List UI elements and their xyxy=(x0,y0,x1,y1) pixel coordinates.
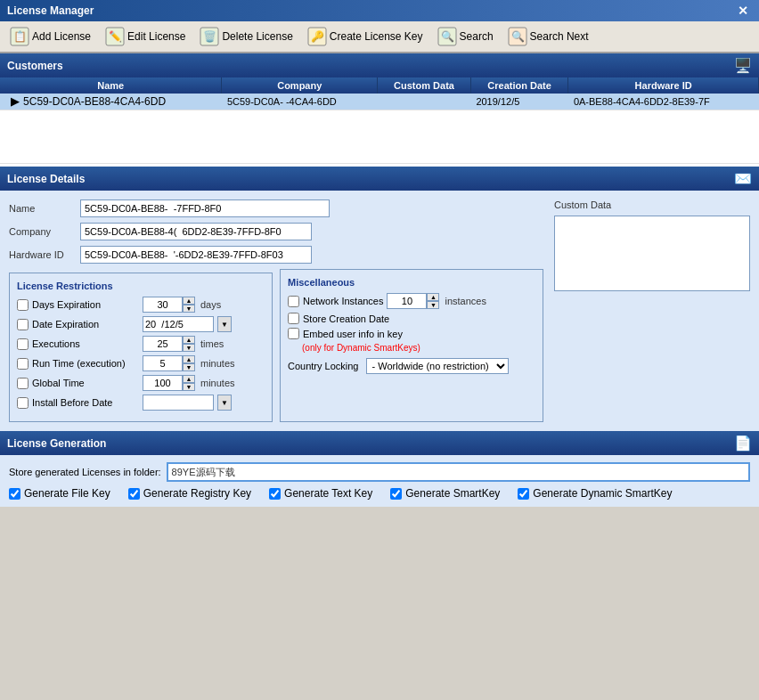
window-title: License Manager xyxy=(7,4,94,17)
days-unit: days xyxy=(200,299,221,310)
install-before-input[interactable] xyxy=(143,395,214,411)
misc-box: Miscellaneous Network Instances ▲ ▼ xyxy=(280,269,543,422)
toolbar: 📋 Add License ✏️ Edit License 🗑️ Delete … xyxy=(0,21,759,53)
date-input[interactable] xyxy=(143,316,214,332)
run-time-checkbox[interactable] xyxy=(17,358,29,370)
search-button[interactable]: 🔍 Search xyxy=(431,24,500,49)
search-label: Search xyxy=(460,30,494,43)
custom-data-textarea[interactable] xyxy=(554,216,750,291)
days-input[interactable] xyxy=(143,297,183,313)
license-details-title: License Details xyxy=(7,173,85,185)
custom-data-label-row: Custom Data xyxy=(554,199,750,210)
install-before-dropdown[interactable]: ▼ xyxy=(217,395,232,411)
install-before-checkbox[interactable] xyxy=(17,397,29,409)
row-custom-data xyxy=(378,94,471,110)
table-row[interactable]: ▶ 5C59-DC0A-BE88-4CA4-6DD 5C59-DC0A- -4C… xyxy=(0,94,759,110)
global-time-down[interactable]: ▼ xyxy=(183,383,195,391)
details-columns: Name Company Hardware ID xyxy=(9,199,750,422)
create-key-label: Create License Key xyxy=(330,30,423,43)
global-time-row: Global Time ▲ ▼ minutes xyxy=(17,375,265,391)
customers-title: Customers xyxy=(7,60,63,72)
text-key-label: Generate Text Key xyxy=(284,487,372,500)
search-next-button[interactable]: 🔍 Search Next xyxy=(502,24,595,49)
network-up[interactable]: ▲ xyxy=(427,293,439,301)
gen-check-smart-key: Generate SmartKey xyxy=(390,487,500,500)
date-dropdown[interactable]: ▼ xyxy=(217,316,232,332)
search-next-icon: 🔍 xyxy=(508,27,527,46)
create-key-icon: 🔑 xyxy=(307,27,327,46)
svg-text:📋: 📋 xyxy=(13,29,27,43)
executions-row: Executions ▲ ▼ times xyxy=(17,336,265,352)
country-row: Country Locking - Worldwide (no restrict… xyxy=(288,358,535,374)
embed-user-checkbox[interactable] xyxy=(288,328,299,339)
edit-license-button[interactable]: ✏️ Edit License xyxy=(99,24,192,49)
company-input[interactable] xyxy=(80,223,312,240)
text-key-checkbox[interactable] xyxy=(269,488,281,500)
network-checkbox[interactable] xyxy=(288,296,299,307)
hardware-id-label: Hardware ID xyxy=(9,249,80,260)
network-down[interactable]: ▼ xyxy=(427,301,439,309)
folder-input[interactable] xyxy=(167,462,750,482)
file-key-checkbox[interactable] xyxy=(9,488,20,500)
store-creation-checkbox[interactable] xyxy=(288,313,299,324)
run-time-input[interactable] xyxy=(143,355,183,371)
executions-down[interactable]: ▼ xyxy=(183,344,195,352)
customers-table: Name Company Custom Data Creation Date H… xyxy=(0,77,759,164)
delete-license-button[interactable]: 🗑️ Delete License xyxy=(193,24,298,49)
row-hardware-id: 0A-BE88-4CA4-6DD2-8E39-7F xyxy=(568,94,759,110)
network-spin: ▲ ▼ xyxy=(427,293,439,309)
col-creation-date: Creation Date xyxy=(470,77,568,94)
customers-area: Name Company Custom Data Creation Date H… xyxy=(0,77,759,167)
customers-icon: 🖥️ xyxy=(734,57,752,74)
add-license-button[interactable]: 📋 Add License xyxy=(4,24,97,49)
executions-input[interactable] xyxy=(143,336,183,352)
svg-text:🔑: 🔑 xyxy=(310,29,323,43)
registry-key-checkbox[interactable] xyxy=(128,488,140,500)
registry-key-label: Generate Registry Key xyxy=(143,487,251,500)
days-up[interactable]: ▲ xyxy=(183,297,195,305)
embed-sublabel: (only for Dynamic SmartKeys) xyxy=(302,343,420,353)
sub-sections: License Restrictions Days Expiration ▲ ▼ xyxy=(9,269,543,422)
close-button[interactable]: ✕ xyxy=(734,4,752,18)
edit-license-label: Edit License xyxy=(127,30,185,43)
days-down[interactable]: ▼ xyxy=(183,305,195,313)
edit-license-icon: ✏️ xyxy=(105,27,125,46)
network-input[interactable] xyxy=(387,293,427,309)
svg-text:🗑️: 🗑️ xyxy=(203,29,216,43)
col-name: Name xyxy=(0,77,222,94)
country-select[interactable]: - Worldwide (no restriction) xyxy=(366,358,509,374)
executions-checkbox[interactable] xyxy=(17,338,29,350)
col-custom-data: Custom Data xyxy=(378,77,471,94)
install-before-row: Install Before Date ▼ xyxy=(17,395,265,411)
global-time-checkbox[interactable] xyxy=(17,378,29,389)
gen-check-text-key: Generate Text Key xyxy=(269,487,372,500)
global-time-input[interactable] xyxy=(143,375,183,391)
run-time-label: Run Time (execution) xyxy=(32,358,139,369)
create-key-button[interactable]: 🔑 Create License Key xyxy=(301,24,429,49)
smart-key-checkbox[interactable] xyxy=(390,488,402,500)
smart-key-label: Generate SmartKey xyxy=(405,487,500,500)
name-input[interactable] xyxy=(80,199,330,217)
days-input-spin: ▲ ▼ xyxy=(143,297,195,313)
main-container: License Manager ✕ 📋 Add License ✏️ Edit … xyxy=(0,0,759,507)
date-expiration-checkbox[interactable] xyxy=(17,319,29,330)
global-time-up[interactable]: ▲ xyxy=(183,375,195,383)
name-label: Name xyxy=(9,203,80,214)
svg-text:✏️: ✏️ xyxy=(109,29,122,43)
run-time-up[interactable]: ▲ xyxy=(183,355,195,363)
hardware-id-input[interactable] xyxy=(80,246,312,264)
customers-section: Customers 🖥️ Name Company Custom Data Cr… xyxy=(0,53,759,167)
days-expiration-checkbox[interactable] xyxy=(17,299,29,311)
license-details-body: Name Company Hardware ID xyxy=(0,191,759,431)
install-before-label: Install Before Date xyxy=(32,397,139,408)
row-name: ▶ 5C59-DC0A-BE88-4CA4-6DD xyxy=(0,94,222,110)
dynamic-smart-key-checkbox[interactable] xyxy=(518,488,529,500)
country-label: Country Locking xyxy=(288,361,359,371)
executions-up[interactable]: ▲ xyxy=(183,336,195,344)
generation-icon: 📄 xyxy=(734,435,752,452)
file-key-label: Generate File Key xyxy=(24,487,110,500)
col-company: Company xyxy=(222,77,378,94)
folder-row: Store generated Licenses in folder: xyxy=(9,462,750,482)
run-time-down[interactable]: ▼ xyxy=(183,363,195,371)
search-icon: 🔍 xyxy=(437,27,457,46)
